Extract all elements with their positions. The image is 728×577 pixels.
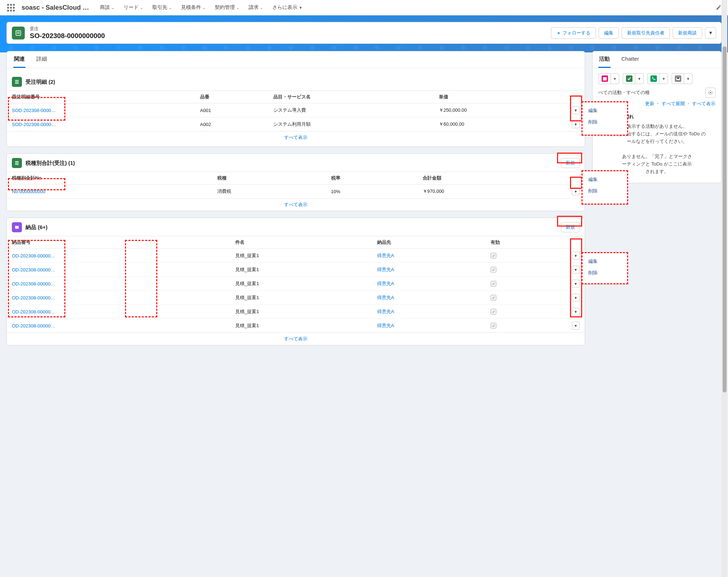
record-link[interactable]: OD-202308-00000…: [12, 281, 55, 287]
table-row: No-0000000000 消費税 10% ￥970,000: [7, 185, 585, 199]
activity-panel: 活動 Chatter べての活動・すべての種 更新 ・ すべて展開 ・ すべ: [592, 51, 722, 183]
related-list-delivery: 納品 (6+) 新規 納品番号 件名 納品先 有効 OD-202308-0000…: [6, 218, 585, 345]
related-list-tax-total: 税種別合計(受注) (1) 新規 税種別合計No 税種 税率 合計金額 No-0…: [6, 153, 585, 211]
menu-edit[interactable]: 編集: [583, 253, 627, 266]
annotation-popup: 編集 削除: [581, 252, 628, 284]
tab-chatter[interactable]: Chatter: [621, 51, 640, 68]
col-header[interactable]: 有効: [486, 236, 567, 249]
menu-delete[interactable]: 削除: [583, 266, 627, 278]
list-title: 税種別合計(受注) (1): [25, 160, 75, 167]
tab-related[interactable]: 関連: [13, 51, 25, 68]
col-header[interactable]: 単価: [434, 91, 567, 103]
row-actions-button[interactable]: [572, 280, 580, 288]
new-contact-button[interactable]: 新規取引先責任者: [622, 27, 670, 39]
upcoming-overdue-title: ⌄後 & 期限切れ: [598, 113, 715, 120]
row-actions-button[interactable]: [572, 294, 580, 302]
table-row: SOD-202308-0000… A002 システム利用月額 ￥60,000.0…: [7, 117, 585, 131]
nav-item-contract[interactable]: 契約管理⌄: [213, 2, 241, 13]
row-actions-button[interactable]: [572, 322, 580, 330]
nav-item-lead[interactable]: リード⌄: [122, 2, 144, 13]
tab-detail[interactable]: 詳細: [36, 51, 48, 68]
new-button[interactable]: 新規: [561, 158, 580, 168]
record-stripe: 受注 SO-202308-0000000000 ＋フォローする 編集 新規取引先…: [0, 15, 728, 52]
col-header[interactable]: 合計金額: [418, 172, 567, 185]
record-tabs: 関連 詳細: [7, 51, 585, 68]
expand-all-link[interactable]: すべて展開: [662, 101, 685, 106]
col-header[interactable]: 納品番号: [7, 236, 230, 249]
record-link[interactable]: SOD-202308-0000…: [12, 122, 56, 127]
table-row: OD-202308-00000… 見積_提案1 得意先A ✓: [7, 291, 585, 305]
table-row: OD-202308-00000… 見積_提案1 得意先A ✓: [7, 305, 585, 319]
app-launcher-icon[interactable]: [6, 3, 15, 12]
nav-item-account[interactable]: 取引先⌄: [151, 2, 173, 13]
new-task-menu[interactable]: [635, 73, 644, 84]
col-header[interactable]: 納品先: [372, 236, 486, 249]
app-name: soasc - SalesCloud …: [22, 4, 89, 11]
record-link[interactable]: OD-202308-00000…: [12, 253, 55, 259]
row-actions-button[interactable]: [572, 266, 580, 274]
cell-price: ￥250,000.00: [434, 103, 567, 117]
activity-empty-upcoming: 表示する活動がありません。 使用を開始するには、メールの送信や ToDo の ー…: [598, 123, 715, 145]
new-event-menu[interactable]: [611, 73, 619, 84]
edit-button[interactable]: 編集: [599, 27, 619, 39]
new-task-button[interactable]: [623, 73, 635, 84]
view-all-link[interactable]: すべて表示: [284, 135, 307, 140]
record-link[interactable]: OD-202308-00000…: [12, 323, 55, 329]
row-actions-button[interactable]: [572, 308, 580, 316]
col-header[interactable]: 税率: [326, 172, 418, 185]
checkbox-checked-icon: ✓: [491, 267, 496, 273]
row-actions-button[interactable]: [572, 120, 580, 128]
send-email-button[interactable]: [672, 73, 684, 84]
col-header[interactable]: 件名: [230, 236, 372, 249]
row-actions-button[interactable]: [572, 187, 580, 195]
account-link[interactable]: 得意先A: [377, 309, 394, 314]
col-header[interactable]: 品目・サービス名: [268, 91, 434, 103]
row-actions-button[interactable]: [572, 252, 580, 260]
col-header[interactable]: 品番: [195, 91, 268, 103]
account-link[interactable]: 得意先A: [377, 295, 394, 300]
record-link[interactable]: OD-202308-00000…: [12, 267, 55, 273]
new-button[interactable]: 新規: [561, 222, 580, 232]
view-all-link[interactable]: すべて表示: [284, 202, 307, 207]
nav-item-billing[interactable]: 請求⌄: [247, 2, 264, 13]
account-link[interactable]: 得意先A: [377, 267, 394, 272]
col-header[interactable]: 税種別合計No: [7, 172, 212, 185]
object-icon: [12, 27, 25, 39]
refresh-link[interactable]: 更新: [645, 101, 654, 106]
nav-item-opportunity[interactable]: 商談⌄: [98, 2, 116, 13]
record-link[interactable]: OD-202308-00000…: [12, 295, 55, 301]
activity-empty-past: ありません。「完了」とマークさ ーティングと ToDo がここに表示 されます。: [598, 153, 715, 175]
follow-button[interactable]: ＋フォローする: [551, 27, 596, 39]
record-link[interactable]: No-0000000000: [12, 189, 45, 194]
menu-delete[interactable]: 削除: [583, 184, 627, 196]
table-row: OD-202308-00000… 見積_提案1 得意先A ✓: [7, 263, 585, 277]
log-call-menu[interactable]: [659, 73, 668, 84]
chevron-down-icon: ⌄: [111, 6, 114, 10]
view-all-link[interactable]: すべて表示: [692, 101, 715, 106]
col-header[interactable]: 受注明細番号: [7, 91, 195, 103]
log-call-button[interactable]: [647, 73, 659, 84]
nav-item-more[interactable]: さらに表示▼: [271, 2, 304, 13]
send-email-menu[interactable]: [684, 73, 692, 84]
record-header: 受注 SO-202308-0000000000 ＋フォローする 編集 新規取引先…: [6, 22, 722, 44]
object-label: 受注: [30, 26, 105, 32]
new-opportunity-button[interactable]: 新規商談: [673, 27, 702, 39]
record-link[interactable]: SOD-202308-0000…: [12, 108, 56, 113]
related-panel: 関連 詳細 受注明細 (2) 受注明細番号 品番 品目・サービス名 単価: [6, 51, 585, 147]
more-actions-button[interactable]: ▼: [705, 27, 716, 39]
row-actions-button[interactable]: [572, 106, 580, 114]
record-link[interactable]: OD-202308-00000…: [12, 309, 55, 315]
new-event-button[interactable]: [598, 73, 611, 84]
nav-item-quote-cond[interactable]: 見積条件⌄: [180, 2, 207, 13]
view-all-link[interactable]: すべて表示: [284, 336, 307, 341]
edit-nav-icon[interactable]: [716, 5, 722, 10]
col-header[interactable]: 税種: [212, 172, 326, 185]
account-link[interactable]: 得意先A: [377, 281, 394, 286]
nav-item-label: 商談: [100, 4, 110, 11]
cell-price: ￥60,000.00: [434, 117, 567, 131]
activity-settings-button[interactable]: [705, 88, 715, 98]
account-link[interactable]: 得意先A: [377, 253, 394, 258]
activity-composer: [598, 73, 715, 84]
account-link[interactable]: 得意先A: [377, 323, 394, 328]
tab-activity[interactable]: 活動: [598, 51, 611, 68]
